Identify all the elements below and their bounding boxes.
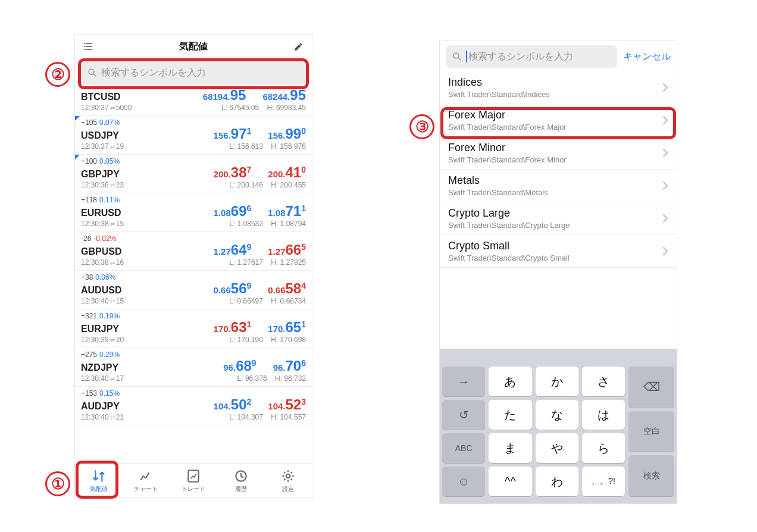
- key-た[interactable]: た: [489, 400, 531, 430]
- quote-row-NZDJPY[interactable]: +2750.29%NZDJPY96.68996.70612:30:40⇄17L:…: [75, 348, 312, 387]
- page-title: 気配値: [95, 40, 292, 53]
- tab-label: チャート: [134, 485, 158, 493]
- symbol: EURJPY: [81, 324, 146, 334]
- key-、。?![interactable]: 、。?!: [582, 467, 625, 496]
- tab-label: 設定: [282, 485, 294, 493]
- bid: 156.971: [214, 127, 252, 141]
- search-bar[interactable]: [446, 45, 617, 68]
- bid: 0.66569: [214, 281, 252, 296]
- chevron-right-icon: [662, 214, 668, 223]
- category-forex-minor[interactable]: Forex MinorSwift Trader\Standard\Forex M…: [440, 137, 677, 170]
- key-は[interactable]: は: [582, 400, 625, 430]
- ask: 1.27665: [268, 243, 306, 257]
- ask: 200.410: [268, 165, 306, 180]
- symbol: GBPUSD: [81, 246, 146, 257]
- quote-row-GBPJPY[interactable]: +1000.05%GBPJPY200.387200.41012:30:36⇄23…: [75, 155, 312, 193]
- key-ま[interactable]: ま: [489, 433, 531, 463]
- key-space[interactable]: 空白: [628, 411, 674, 452]
- tab-history[interactable]: 履歴: [217, 464, 265, 497]
- quote-row-EURJPY[interactable]: +3210.19%EURJPY170.631170.65112:30:39⇄20…: [75, 309, 312, 348]
- category-crypto-small[interactable]: Crypto SmallSwift Trader\Standard\Crypto…: [440, 235, 677, 268]
- phone-left: 気配値 BTCUSD68194.9568244.9512:30:37⇄5000L…: [74, 34, 312, 498]
- quote-row-GBPUSD[interactable]: -26-0.02%GBPUSD1.276491.2766512:30:38⇄16…: [75, 232, 312, 271]
- chevron-right-icon: [662, 181, 668, 190]
- svg-point-4: [453, 53, 459, 58]
- tab-settings[interactable]: 設定: [264, 464, 312, 497]
- left-header: 気配値: [75, 35, 312, 58]
- category-indices[interactable]: IndicesSwift Trader\Standard\Indices: [440, 71, 677, 104]
- quote-list[interactable]: BTCUSD68194.9568244.9512:30:37⇄5000L: 67…: [75, 88, 312, 463]
- category-list: IndicesSwift Trader\Standard\IndicesFore…: [440, 71, 677, 268]
- chevron-right-icon: [662, 148, 668, 158]
- ask: 1.08711: [268, 204, 306, 218]
- search-icon: [87, 67, 98, 78]
- chevron-right-icon: [662, 83, 668, 92]
- text-cursor: [466, 51, 467, 62]
- key-わ[interactable]: わ: [536, 467, 578, 496]
- ask: 156.990: [268, 127, 306, 141]
- key-↺[interactable]: ↺: [442, 400, 485, 430]
- callout-2: ②: [45, 62, 70, 87]
- bid: 1.08696: [214, 204, 252, 218]
- quote-row-AUDUSD[interactable]: +380.06%AUDUSD0.665690.6658412:30:40⇄15L…: [75, 271, 312, 309]
- key-→[interactable]: →: [442, 367, 485, 396]
- search-bar[interactable]: [81, 61, 306, 85]
- tab-quotes[interactable]: 気配値: [75, 464, 123, 497]
- svg-point-3: [286, 474, 290, 478]
- tab-bar: 気配値チャートトレード履歴設定: [75, 463, 312, 497]
- symbol: NZDJPY: [81, 362, 146, 373]
- bid: 200.387: [214, 165, 252, 180]
- cancel-button[interactable]: キャンセル: [623, 51, 671, 63]
- symbol: AUDJPY: [81, 401, 146, 412]
- chevron-right-icon: [662, 246, 668, 256]
- ask: 170.651: [268, 320, 306, 334]
- quote-row-USDJPY[interactable]: +1050.07%USDJPY156.971156.99012:30:37⇄19…: [75, 116, 312, 155]
- list-icon[interactable]: [81, 39, 95, 54]
- ask: 0.66584: [268, 281, 306, 296]
- search-icon: [452, 51, 462, 62]
- symbol: BTCUSD: [81, 92, 146, 102]
- key-search[interactable]: 検索: [628, 455, 674, 496]
- bid: 96.689: [223, 359, 256, 373]
- key-あ[interactable]: あ: [489, 367, 531, 396]
- key-さ[interactable]: さ: [582, 367, 625, 396]
- callout-1: ①: [45, 471, 70, 496]
- category-crypto-large[interactable]: Crypto LargeSwift Trader\Standard\Crypto…: [440, 202, 677, 235]
- tab-trade[interactable]: トレード: [170, 464, 217, 497]
- key-な[interactable]: な: [536, 400, 578, 430]
- category-metals[interactable]: MetalsSwift Trader\Standard\Metals: [440, 170, 677, 202]
- callout-3: ③: [409, 114, 434, 139]
- keyboard[interactable]: →あかさ↺たなはABCまやら☺^^わ、。?!⌫空白検索: [440, 349, 677, 503]
- key-^^[interactable]: ^^: [489, 467, 531, 496]
- svg-point-0: [89, 69, 94, 74]
- quote-row-EURUSD[interactable]: +1180.11%EURUSD1.086961.0871112:30:38⇄15…: [75, 193, 312, 232]
- bid: 104.502: [214, 398, 252, 412]
- bid: 170.631: [214, 320, 252, 334]
- ask: 104.523: [268, 398, 306, 412]
- symbol: AUDUSD: [81, 285, 146, 296]
- key-か[interactable]: か: [536, 367, 578, 396]
- ask: 68244.95: [262, 88, 306, 102]
- bid: 68194.95: [203, 88, 246, 102]
- symbol: EURUSD: [81, 208, 146, 218]
- right-top: キャンセル: [440, 40, 677, 71]
- edit-icon[interactable]: [292, 39, 306, 54]
- ask: 96.706: [273, 359, 306, 373]
- key-ABC[interactable]: ABC: [442, 433, 485, 463]
- category-forex-major[interactable]: Forex MajorSwift Trader\Standard\Forex M…: [440, 104, 677, 137]
- symbol: GBPJPY: [81, 169, 146, 180]
- search-input[interactable]: [101, 67, 300, 78]
- quote-row-AUDJPY[interactable]: +1530.15%AUDJPY104.502104.52312:30:40⇄21…: [75, 387, 312, 425]
- search-input[interactable]: [468, 51, 611, 62]
- key-や[interactable]: や: [536, 433, 578, 463]
- key-☺[interactable]: ☺: [442, 467, 485, 496]
- key-backspace[interactable]: ⌫: [628, 367, 674, 408]
- quote-row-BTCUSD[interactable]: BTCUSD68194.9568244.9512:30:37⇄5000L: 67…: [75, 88, 312, 116]
- tab-label: トレード: [182, 485, 205, 493]
- chevron-right-icon: [662, 115, 668, 125]
- tab-label: 気配値: [90, 485, 108, 493]
- key-ら[interactable]: ら: [582, 433, 625, 463]
- tab-label: 履歴: [235, 485, 247, 493]
- symbol: USDJPY: [81, 130, 146, 141]
- tab-chart[interactable]: チャート: [123, 464, 170, 497]
